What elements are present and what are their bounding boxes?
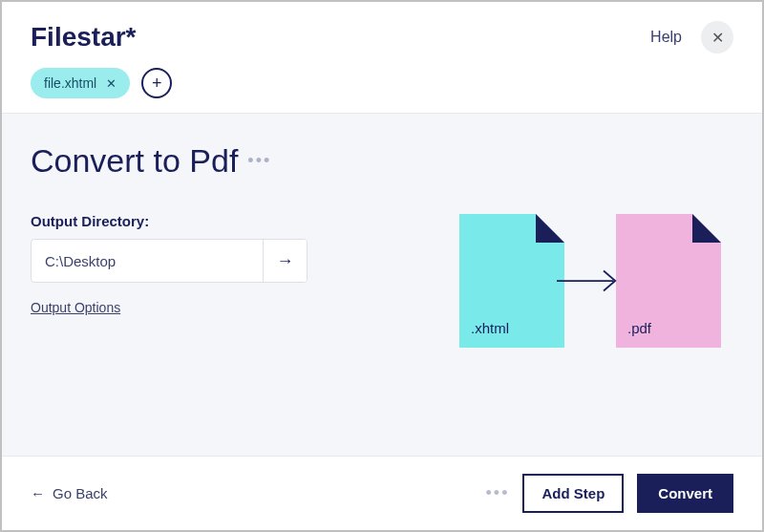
source-file-icon: .xhtml — [459, 214, 564, 348]
header-top: Filestar* Help ✕ — [31, 21, 733, 53]
footer: ← Go Back ••• Add Step Convert — [2, 456, 762, 530]
arrow-left-icon: ← — [31, 485, 45, 501]
file-chip[interactable]: file.xhtml ✕ — [31, 68, 130, 98]
header: Filestar* Help ✕ file.xhtml ✕ + — [2, 2, 762, 114]
footer-right: ••• Add Step Convert — [486, 474, 733, 513]
output-directory-input[interactable] — [32, 240, 263, 282]
output-directory-label: Output Directory: — [31, 213, 336, 229]
close-button[interactable]: ✕ — [701, 21, 733, 53]
help-link[interactable]: Help — [650, 29, 682, 46]
file-chip-label: file.xhtml — [44, 75, 96, 91]
output-directory-group: → — [31, 239, 308, 283]
close-icon: ✕ — [711, 29, 724, 47]
plus-icon: + — [152, 74, 162, 94]
convert-button[interactable]: Convert — [637, 474, 733, 513]
page-title: Convert to Pdf — [31, 142, 238, 180]
right-column: .xhtml .pdf — [447, 142, 733, 427]
file-chip-row: file.xhtml ✕ + — [31, 68, 733, 98]
left-column: Convert to Pdf ••• Output Directory: → O… — [31, 142, 336, 427]
header-right: Help ✕ — [650, 21, 733, 53]
conversion-diagram: .xhtml .pdf — [459, 214, 721, 348]
content-area: Convert to Pdf ••• Output Directory: → O… — [2, 114, 762, 456]
page-fold-icon — [536, 214, 564, 243]
output-options-link[interactable]: Output Options — [31, 300, 336, 315]
source-file-ext: .xhtml — [471, 320, 509, 336]
app-title: Filestar* — [31, 22, 137, 53]
target-file-ext: .pdf — [627, 320, 651, 336]
go-back-label: Go Back — [53, 485, 108, 501]
arrow-right-long-icon — [557, 266, 624, 295]
add-step-button[interactable]: Add Step — [522, 474, 624, 513]
add-file-button[interactable]: + — [141, 68, 172, 98]
target-file-icon: .pdf — [616, 214, 721, 348]
footer-more-icon[interactable]: ••• — [486, 483, 510, 503]
conversion-arrow — [557, 266, 624, 295]
output-directory-browse-button[interactable]: → — [263, 240, 307, 282]
file-chip-remove-icon[interactable]: ✕ — [106, 76, 117, 91]
arrow-right-icon: → — [277, 251, 294, 271]
title-more-icon[interactable]: ••• — [247, 151, 271, 171]
page-title-row: Convert to Pdf ••• — [31, 142, 336, 180]
go-back-button[interactable]: ← Go Back — [31, 485, 108, 501]
page-fold-icon — [692, 214, 721, 243]
